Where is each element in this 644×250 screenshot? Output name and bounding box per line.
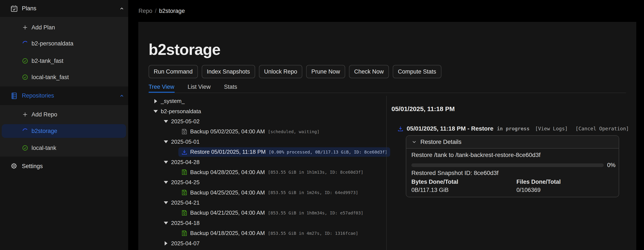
chevron-down-icon[interactable]: [412, 139, 417, 145]
operation-row: 05/01/2025, 11:18 PM - Restore in progre…: [392, 124, 629, 133]
caret-right-icon[interactable]: [163, 241, 168, 246]
tree-node-annotation: [scheduled, waiting]: [268, 129, 320, 134]
unlock-repo-button[interactable]: Unlock Repo: [259, 65, 302, 78]
tree-row-backup[interactable]: Backup 04/25/2025, 04:00 AM [853.55 GiB …: [148, 188, 386, 198]
backrest-app: Plans Add Plan b2-personaldata: [0, 0, 644, 250]
chevron-up-icon[interactable]: [119, 6, 124, 11]
check-circle-icon: [22, 145, 28, 151]
sidebar-item-b2storage[interactable]: b2storage: [2, 124, 126, 138]
tree-node-label: Backup 04/21/2025, 04:00 AM: [190, 210, 265, 216]
view-tabs: Tree View List View Stats: [148, 84, 237, 90]
caret-down-icon[interactable]: [163, 139, 168, 144]
tree-node-label: 2025-04-07: [171, 240, 200, 247]
sidebar-item-label: b2-tank_fast: [32, 58, 64, 64]
sidebar-item-local-tank[interactable]: local-tank: [0, 141, 128, 155]
save-icon: [181, 230, 188, 236]
tree-node-label: Restore 05/01/2025, 11:18 PM: [190, 148, 266, 155]
tree-node-label: Backup 04/28/2025, 04:00 AM: [190, 169, 265, 176]
tree-node-label: 2025-04-25: [171, 179, 200, 186]
tree-row-b2-personaldata[interactable]: b2-personaldata: [148, 106, 386, 116]
sidebar-item-add-plan[interactable]: Add Plan: [0, 20, 128, 34]
tree-node-annotation: [853.55 GiB in 1h1m13s, ID: 8ce60d3f]: [268, 170, 364, 175]
tree-node-label: _system_: [161, 98, 184, 104]
tree-row-date[interactable]: 2025-04-28: [148, 157, 386, 167]
tree-row-system[interactable]: _system_: [148, 96, 386, 106]
spinner-icon: [22, 128, 28, 134]
tree-row-restore-selected[interactable]: Restore 05/01/2025, 11:18 PM [0.00% proc…: [148, 147, 386, 157]
plans-submenu: Add Plan b2-personaldata b2-tank_fast lo…: [0, 17, 128, 86]
sidebar-item-b2-personaldata[interactable]: b2-personaldata: [0, 37, 128, 50]
restore-summary: Restore /tank to /tank-backrest-restore-…: [412, 152, 540, 158]
sidebar-item-label: Add Repo: [32, 111, 57, 118]
tree-node-annotation: [853.55 GiB in 1m24s, ID: 64ed9973]: [268, 190, 358, 195]
tab-stats[interactable]: Stats: [224, 84, 237, 90]
breadcrumb-current: b2storage: [159, 8, 185, 14]
download-icon: [181, 149, 188, 155]
tree-row-date[interactable]: 2025-04-25: [148, 177, 386, 188]
tree-node-label: Backup 04/18/2025, 04:00 AM: [190, 230, 265, 236]
view-logs-link[interactable]: [View Logs]: [535, 126, 568, 132]
tree-row-date[interactable]: 2025-05-01: [148, 137, 386, 147]
save-icon: [181, 169, 188, 176]
chevron-up-icon[interactable]: [119, 93, 124, 98]
files-done-value: 0/106369: [516, 187, 541, 194]
plus-icon: [22, 112, 28, 118]
tree-row-backup[interactable]: Backup 04/21/2025, 04:00 AM [853.55 GiB …: [148, 208, 386, 218]
tree-row-backup[interactable]: Backup 05/02/2025, 04:00 AM [scheduled, …: [148, 126, 386, 136]
split-divider: [386, 96, 387, 250]
caret-right-icon[interactable]: [153, 99, 158, 104]
save-icon: [181, 210, 188, 216]
sidebar-item-label: Add Plan: [32, 24, 55, 31]
tree-row-date[interactable]: 2025-05-02: [148, 116, 386, 126]
run-command-button[interactable]: Run Command: [148, 65, 198, 78]
sidebar-item-local-tank_fast[interactable]: local-tank_fast: [0, 70, 128, 84]
sidebar-repositories-label: Repositories: [22, 92, 54, 99]
caret-down-icon[interactable]: [153, 109, 158, 114]
prune-now-button[interactable]: Prune Now: [306, 65, 345, 78]
tree-row-date[interactable]: 2025-04-21: [148, 198, 386, 208]
tree-row-backup[interactable]: Backup 04/28/2025, 04:00 AM [853.55 GiB …: [148, 167, 386, 177]
sidebar-plans-label: Plans: [22, 5, 36, 12]
tab-tree-view[interactable]: Tree View: [148, 84, 174, 90]
database-icon: [10, 92, 18, 100]
sidebar: Plans Add Plan b2-personaldata: [0, 0, 128, 250]
caret-down-icon[interactable]: [163, 119, 168, 124]
plans-calendar-icon: [10, 5, 18, 12]
tree-node-label: 2025-04-28: [171, 159, 200, 166]
sidebar-section-repositories[interactable]: Repositories: [0, 86, 128, 105]
tree-row-backup[interactable]: Backup 04/18/2025, 04:00 AM [853.55 GiB …: [148, 228, 386, 238]
operation-title: 05/01/2025, 11:18 PM - Restore: [407, 125, 494, 132]
repo-panel: b2storage Run Command Index Snapshots Un…: [138, 22, 636, 250]
sidebar-item-label: local-tank_fast: [32, 74, 69, 80]
restore-details-header[interactable]: Restore Details: [406, 136, 619, 148]
sidebar-item-settings[interactable]: Settings: [0, 156, 128, 176]
tree-node-label: Backup 04/25/2025, 04:00 AM: [190, 189, 265, 196]
tree-node-annotation: [853.55 GiB in 1h8m34s, ID: e57adf03]: [268, 210, 364, 216]
sidebar-item-b2-tank_fast[interactable]: b2-tank_fast: [0, 54, 128, 68]
restored-snapshot-id: Restored Snapshot ID: 8ce60d3f: [412, 170, 498, 176]
tree-node-annotation: [0.00% processed, 0B/117.13 GiB, ID: 8ce…: [268, 150, 388, 154]
check-now-button[interactable]: Check Now: [349, 65, 389, 78]
tree-row-date[interactable]: 2025-04-07: [148, 238, 386, 248]
tree-row-date[interactable]: 2025-04-18: [148, 218, 386, 228]
index-snapshots-button[interactable]: Index Snapshots: [202, 65, 255, 78]
caret-down-icon[interactable]: [163, 200, 168, 206]
breadcrumb-repo[interactable]: Repo: [138, 8, 152, 14]
tab-list-view[interactable]: List View: [188, 84, 211, 90]
repositories-submenu: Add Repo b2storage local-tank: [0, 105, 128, 156]
caret-down-icon[interactable]: [163, 180, 168, 185]
sidebar-section-plans[interactable]: Plans: [0, 0, 128, 17]
sidebar-item-add-repo[interactable]: Add Repo: [0, 108, 128, 121]
cancel-operation-link[interactable]: [Cancel Operation]: [576, 126, 629, 132]
gear-icon: [10, 162, 18, 170]
tree-node-label: b2-personaldata: [161, 108, 201, 115]
restore-details-body: Restore /tank to /tank-backrest-restore-…: [406, 148, 619, 197]
check-circle-icon: [22, 74, 28, 80]
caret-down-icon[interactable]: [163, 220, 168, 226]
tree-node-label: 2025-05-02: [171, 118, 200, 125]
breadcrumb-separator: /: [155, 8, 157, 14]
caret-down-icon[interactable]: [163, 160, 168, 165]
compute-stats-button[interactable]: Compute Stats: [393, 65, 442, 78]
restore-details-card: Restore Details Restore /tank to /tank-b…: [406, 135, 619, 197]
sidebar-settings-label: Settings: [22, 163, 43, 170]
